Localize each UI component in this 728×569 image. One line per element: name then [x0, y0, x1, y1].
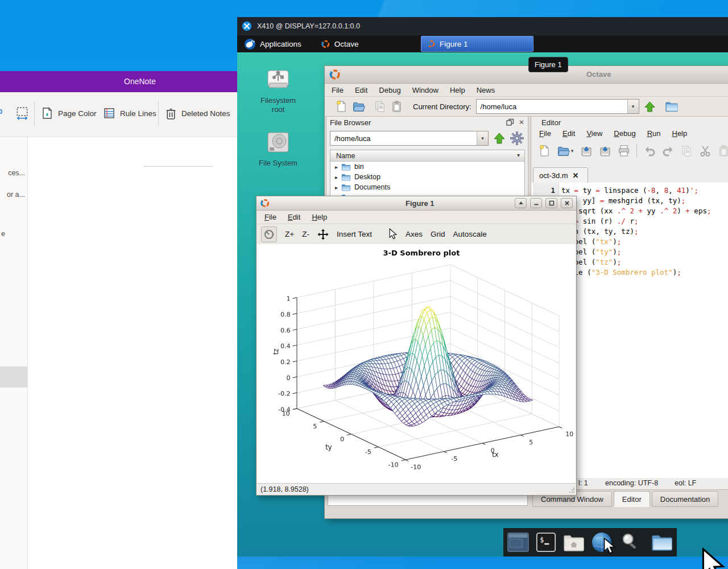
- axes-button[interactable]: Axes: [406, 230, 423, 238]
- code-line[interactable]: mesh (tx, ty, tz);: [561, 226, 711, 237]
- code-line[interactable]: [xx, yy] = meshgrid (tx, ty);: [561, 196, 711, 206]
- new-script-icon[interactable]: [335, 100, 348, 113]
- chevron-down-icon[interactable]: ▾: [571, 148, 574, 154]
- menu-run[interactable]: Run: [642, 127, 667, 139]
- rotate-tool-button[interactable]: [261, 226, 277, 242]
- expander-icon[interactable]: ▸: [335, 184, 338, 191]
- grid-button[interactable]: Grid: [431, 230, 445, 238]
- code-line[interactable]: zlabel ("tz");: [561, 257, 711, 267]
- insert-text-button[interactable]: Insert Text: [337, 230, 372, 238]
- figure1-taskbar-button[interactable]: Figure 1: [421, 36, 533, 52]
- onenote-notebook-sidebar[interactable]: ces... or a... e: [0, 137, 28, 569]
- paste-icon[interactable]: [391, 101, 403, 113]
- sidebar-item-fragment[interactable]: or a...: [7, 191, 25, 199]
- undo-icon-disabled[interactable]: [643, 145, 656, 157]
- tab-documentation[interactable]: Documentation: [652, 491, 718, 507]
- home-folder-launcher[interactable]: [562, 531, 585, 554]
- file-row-desktop[interactable]: ▸ Desktop: [330, 172, 524, 182]
- code-line[interactable]: title ("3-D Sombrero plot");: [561, 267, 711, 278]
- menu-debug[interactable]: Debug: [373, 84, 406, 96]
- sombrero-mesh-plot[interactable]: [257, 244, 576, 483]
- print-icon[interactable]: [618, 145, 630, 157]
- current-directory-combobox[interactable]: /home/luca ▾: [476, 99, 639, 114]
- code-line[interactable]: xlabel ("tx");: [561, 237, 711, 247]
- deleted-notes-button[interactable]: Deleted Notes: [165, 107, 230, 120]
- undock-widget-icon[interactable]: [506, 118, 514, 126]
- tab-editor[interactable]: Editor: [614, 491, 650, 507]
- desktop-icon-file-system[interactable]: File System: [247, 131, 309, 168]
- applications-menu-button[interactable]: Applications: [237, 35, 308, 52]
- menu-help[interactable]: Help: [667, 127, 693, 139]
- octave-taskbar-item[interactable]: Octave: [314, 35, 366, 52]
- expander-icon[interactable]: ▸: [335, 174, 338, 180]
- code-line[interactable]: r = sqrt (xx .^ 2 + yy .^ 2) + eps;: [561, 206, 711, 216]
- command-input-field[interactable]: [328, 494, 528, 506]
- paste-icon-disabled[interactable]: [718, 145, 728, 157]
- rule-lines-button[interactable]: Rule Lines: [103, 107, 156, 119]
- desktop-icon-filesystem-root[interactable]: Filesystem root: [247, 68, 309, 114]
- expander-icon[interactable]: ▸: [335, 164, 338, 170]
- actions-gear-icon[interactable]: [510, 131, 524, 145]
- autoscale-button[interactable]: Autoscale: [453, 230, 486, 238]
- select-tool-cursor-icon[interactable]: [389, 228, 398, 240]
- save-file-as-icon[interactable]: [599, 145, 611, 157]
- app-window-launcher[interactable]: [507, 531, 530, 554]
- page-color-button[interactable]: Page Color: [41, 107, 97, 119]
- editor-header[interactable]: Editor: [531, 117, 728, 128]
- resize-grip[interactable]: [569, 488, 574, 493]
- file-browser-path-combobox[interactable]: /home/luca ▾: [330, 131, 489, 146]
- minimize-window-button[interactable]: [530, 198, 542, 208]
- menu-edit[interactable]: Edit: [282, 211, 306, 223]
- maximize-window-button[interactable]: [545, 198, 557, 208]
- new-file-icon[interactable]: [538, 145, 551, 157]
- file-row-documents[interactable]: ▸ Documents: [330, 182, 524, 192]
- search-launcher[interactable]: [618, 531, 641, 554]
- redo-icon-disabled[interactable]: [662, 145, 675, 157]
- menu-file[interactable]: File: [533, 127, 557, 139]
- name-column-header[interactable]: Name ▾: [330, 150, 524, 162]
- pan-tool-icon[interactable]: [317, 229, 329, 240]
- menu-debug[interactable]: Debug: [608, 127, 641, 139]
- sidebar-item-fragment[interactable]: e: [1, 230, 5, 238]
- code-line[interactable]: tx = ty = linspace (-8, 8, 41)';: [561, 185, 711, 196]
- menu-window[interactable]: Window: [407, 84, 444, 96]
- menu-file[interactable]: File: [326, 84, 349, 96]
- menu-help[interactable]: Help: [306, 211, 333, 223]
- sidebar-selected-item[interactable]: [0, 366, 27, 387]
- chevron-down-icon[interactable]: ▾: [627, 100, 639, 113]
- directory-up-icon[interactable]: [644, 101, 656, 113]
- menu-help[interactable]: Help: [444, 84, 471, 96]
- onenote-titlebar[interactable]: OneNote: [0, 71, 237, 92]
- menu-news[interactable]: News: [471, 84, 501, 96]
- open-file-icon[interactable]: [352, 100, 365, 113]
- zoom-out-button[interactable]: Z-: [302, 230, 309, 238]
- x410-titlebar[interactable]: X410 @ DISPLAY=127.0.0.1:0.0: [237, 17, 728, 35]
- xfce-desktop[interactable]: Filesystem root File System Octave File …: [237, 52, 728, 556]
- sidebar-item-fragment[interactable]: ces...: [8, 169, 25, 177]
- files-launcher[interactable]: [651, 531, 673, 554]
- close-window-button[interactable]: [561, 198, 573, 208]
- one-directory-up-icon[interactable]: [493, 132, 506, 145]
- close-widget-icon[interactable]: ✕: [519, 118, 524, 126]
- code-line[interactable]: tz = sin (r) ./ r;: [561, 216, 711, 226]
- browse-directory-icon[interactable]: [665, 100, 679, 113]
- menu-edit[interactable]: Edit: [557, 127, 581, 139]
- terminal-launcher[interactable]: [535, 531, 557, 554]
- open-file-icon[interactable]: [557, 145, 570, 157]
- menu-view[interactable]: View: [581, 127, 608, 139]
- chevron-down-icon[interactable]: ▾: [477, 131, 488, 145]
- file-row-bin[interactable]: ▸ bin: [330, 162, 524, 172]
- menu-edit[interactable]: Edit: [349, 84, 373, 96]
- copy-icon-disabled[interactable]: [681, 145, 693, 157]
- figure-titlebar[interactable]: Figure 1: [257, 196, 576, 211]
- code-line[interactable]: ylabel ("ty");: [561, 247, 711, 257]
- code-text[interactable]: tx = ty = linspace (-8, 8, 41)';[xx, yy]…: [561, 185, 711, 278]
- cut-icon-disabled[interactable]: [699, 145, 712, 157]
- zoom-in-button[interactable]: Z+: [285, 230, 294, 238]
- copy-icon[interactable]: [374, 101, 386, 113]
- paper-size-button[interactable]: [15, 106, 30, 121]
- close-tab-icon[interactable]: ✕: [573, 171, 579, 180]
- menu-file[interactable]: File: [259, 211, 282, 223]
- plot-canvas-area[interactable]: 3-D Sombrero plot tx ty tz: [257, 244, 576, 483]
- octave-titlebar[interactable]: Octave: [325, 66, 728, 84]
